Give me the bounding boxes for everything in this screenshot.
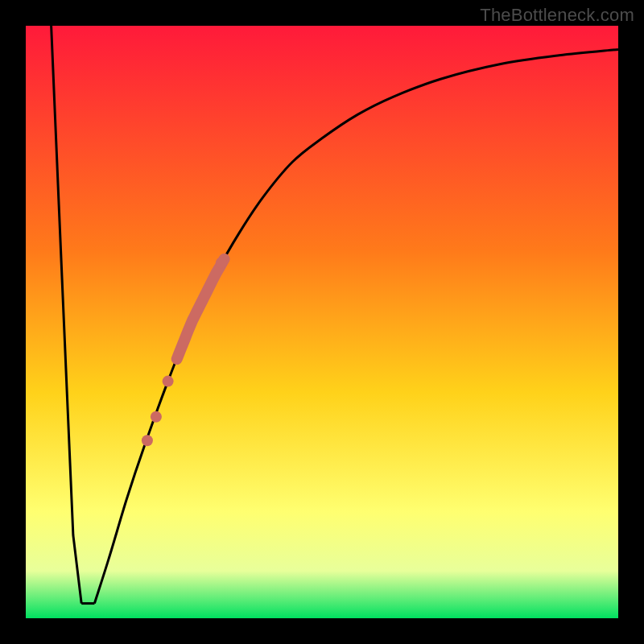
marker-dot [216, 257, 227, 268]
marker-dot [151, 411, 162, 423]
gradient-background [26, 26, 618, 618]
marker-dot [163, 376, 174, 387]
marker-dot [142, 435, 153, 446]
watermark-text: TheBottleneck.com [480, 5, 634, 26]
plot-area [26, 26, 618, 618]
chart-frame: TheBottleneck.com [0, 0, 644, 644]
chart-svg [26, 26, 618, 618]
